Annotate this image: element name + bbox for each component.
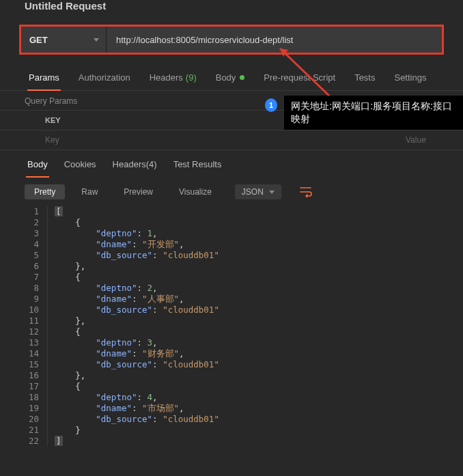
tab-tests[interactable]: Tests (345, 64, 384, 90)
chevron-down-icon (269, 191, 275, 194)
annotation-callout: 1 网关地址:网关端口:服务项目名称:接口映射 (265, 96, 463, 130)
tab-label: Tests (354, 72, 375, 83)
rtab-cookies[interactable]: Cookies (56, 150, 104, 178)
tab-count: (4) (146, 159, 157, 169)
tab-label: Headers (113, 159, 146, 169)
tab-label: Pre-request Script (264, 72, 335, 83)
key-input[interactable]: Key (25, 135, 400, 145)
callout-number: 1 (265, 98, 277, 112)
code-lines[interactable]: [ { "deptno": 1, "dname": "开发部", "db_sou… (48, 206, 219, 447)
response-body: 12345678910111213141516171819202122 [ { … (0, 206, 463, 447)
callout-text: 网关地址:网关端口:服务项目名称:接口映射 (284, 96, 463, 130)
tab-label: Cookies (64, 159, 96, 169)
rtab-body[interactable]: Body (19, 150, 56, 178)
request-url-bar: GET http://localhost:8005/microserviclou… (19, 25, 444, 55)
tab-authorization[interactable]: Authorization (69, 64, 140, 90)
tab-label: Test Results (173, 159, 222, 169)
tab-body[interactable]: Body (206, 64, 255, 90)
body-dot-icon (240, 75, 244, 80)
value-input[interactable]: Value (400, 135, 444, 145)
http-method-value: GET (29, 35, 48, 45)
lang-value: JSON (242, 187, 264, 197)
request-title: Untitled Request (0, 0, 463, 14)
chevron-down-icon (94, 38, 99, 42)
wrap-icon[interactable] (298, 184, 315, 199)
view-visualize[interactable]: Visualize (169, 184, 221, 199)
request-tabs: Params Authorization Headers(9) Body Pre… (0, 64, 463, 91)
view-preview[interactable]: Preview (114, 184, 163, 199)
tab-count: (9) (186, 72, 197, 83)
view-raw[interactable]: Raw (72, 184, 107, 199)
tab-label: Body (27, 159, 48, 169)
tab-label: Settings (394, 72, 426, 83)
tab-label: Body (216, 72, 236, 83)
tab-label: Headers (150, 72, 183, 83)
tab-prerequest[interactable]: Pre-request Script (254, 64, 345, 90)
param-input-row[interactable]: Key Value (0, 130, 463, 150)
tab-label: Authorization (79, 72, 130, 83)
view-pretty[interactable]: Pretty (25, 184, 65, 199)
tab-settings[interactable]: Settings (384, 64, 436, 90)
http-method-select[interactable]: GET (21, 27, 107, 53)
language-select[interactable]: JSON (235, 184, 281, 199)
tab-label: Params (29, 72, 59, 83)
tab-headers[interactable]: Headers(9) (140, 64, 206, 90)
response-tabs: Body Cookies Headers(4) Test Results (0, 150, 463, 178)
response-toolbar: Pretty Raw Preview Visualize JSON (0, 178, 463, 206)
line-gutter: 12345678910111213141516171819202122 (25, 206, 48, 447)
rtab-headers[interactable]: Headers(4) (104, 150, 165, 178)
rtab-test-results[interactable]: Test Results (165, 150, 230, 178)
tab-params[interactable]: Params (19, 64, 69, 90)
url-input[interactable]: http://localhost:8005/microservicloud-de… (107, 27, 442, 53)
url-text: http://localhost:8005/microservicloud-de… (116, 35, 293, 45)
